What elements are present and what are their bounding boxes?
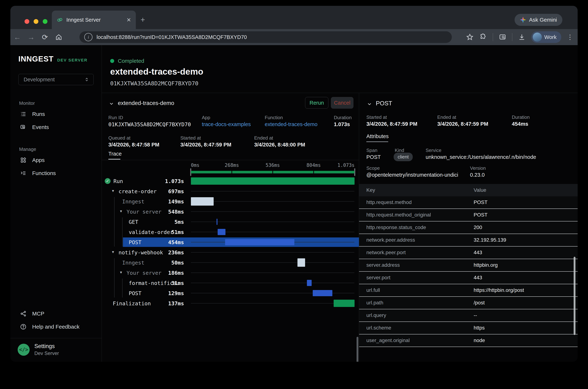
attribute-row-user-agent-original[interactable]: user_agent.originalnode [359, 334, 578, 347]
new-tab-button[interactable]: + [141, 16, 145, 24]
row-gridline [191, 201, 354, 202]
app-link[interactable]: trace-docs-examples [202, 121, 251, 127]
url-text[interactable]: localhost:8288/run?runID=01KJXTWA35SA8D2… [96, 34, 247, 40]
sidebar-item-mcp[interactable]: MCP [10, 307, 102, 320]
sidebar-item-help[interactable]: Help and Feedback [10, 320, 102, 333]
span-bar[interactable] [191, 177, 354, 185]
collapse-chevron-icon[interactable] [109, 101, 114, 106]
span-bar[interactable] [225, 239, 294, 245]
sidebar-item-runs[interactable]: Runs [10, 107, 102, 121]
tab-close-icon[interactable]: ✕ [126, 17, 131, 23]
site-info-icon[interactable]: i [84, 33, 92, 41]
forward-button[interactable]: → [24, 33, 38, 41]
sidebar-item-functions[interactable]: Functions [10, 167, 102, 180]
span-bar[interactable] [313, 290, 332, 296]
downloads-icon[interactable] [518, 33, 526, 41]
environment-selector[interactable]: Development [18, 74, 94, 85]
attribute-row-server-address[interactable]: server.addresshttpbin.org [359, 259, 578, 272]
attribute-row-server-port[interactable]: server.port443 [359, 272, 578, 284]
attribute-key: network.peer.port [366, 250, 406, 256]
window-controls[interactable] [25, 19, 47, 24]
tab-trace[interactable]: Trace [108, 151, 122, 157]
attribute-row-network-peer-port[interactable]: network.peer.port443 [359, 247, 578, 259]
attributes-table-header: Key Value [359, 184, 578, 196]
trace-row-post[interactable]: POST129ms [102, 288, 359, 298]
span-bar[interactable] [334, 300, 354, 307]
apps-icon [20, 157, 27, 163]
sidebar-item-settings[interactable]: </> Settings Dev Server [10, 338, 102, 362]
sidebar-item-events[interactable]: Events [10, 121, 102, 134]
trace-row-your-server[interactable]: ▾Your server186ms [102, 268, 359, 278]
row-gridline [191, 262, 354, 263]
function-link[interactable]: extended-traces-demo [265, 121, 318, 127]
bookmark-star-icon[interactable] [466, 33, 474, 41]
trace-row-notify-webhook[interactable]: ▾notify-webhook236ms [102, 247, 359, 258]
minimize-window-button[interactable] [34, 19, 38, 24]
attribute-row-network-peer-address[interactable]: network.peer.address32.192.95.139 [359, 234, 578, 247]
row-gridline [191, 191, 354, 192]
rerun-button[interactable]: Rerun [305, 97, 328, 109]
trace-row-post[interactable]: POST454ms [102, 237, 359, 247]
browser-tab[interactable]: Inngest Server ✕ [52, 11, 136, 29]
minimap-tick [232, 171, 232, 173]
attribute-key: url.scheme [366, 325, 391, 331]
tab-attributes[interactable]: Attributes [366, 133, 389, 139]
attribute-row-url-scheme[interactable]: url.schemehttps [359, 322, 578, 334]
trace-row-your-server[interactable]: ▾Your server548ms [102, 206, 359, 217]
browser-menu-icon[interactable]: ⋮ [567, 33, 573, 41]
span-bar[interactable] [217, 219, 217, 225]
trace-scrollbar-thumb[interactable] [356, 337, 358, 362]
inngest-favicon [57, 17, 63, 23]
timeline-tick: 536ms [258, 162, 287, 168]
reload-button[interactable]: ⟳ [38, 33, 52, 41]
attribute-row-url-full[interactable]: url.fullhttps://httpbin.org/post [359, 284, 578, 297]
span-collapse-chevron-icon[interactable] [367, 101, 372, 107]
attributes-scrollbar-thumb[interactable] [574, 257, 575, 335]
sidebar-item-apps[interactable]: Apps [10, 154, 102, 167]
extensions-icon[interactable] [479, 33, 487, 41]
trace-row-validate-order[interactable]: validate-order51ms [102, 227, 359, 237]
address-bar[interactable]: i localhost:8288/run?runID=01KJXTWA35SA8… [80, 31, 452, 43]
trace-row-format-notifica-[interactable]: format-notifica…31ms [102, 278, 359, 288]
inngest-app: INNGEST DEV SERVER Development Monitor R… [10, 45, 578, 362]
trace-row-run[interactable]: ✓Run1.073s [102, 176, 359, 186]
span-bar[interactable] [191, 197, 214, 206]
span-ended-value: 3/4/2026, 8:47:59 PM [437, 121, 488, 127]
ask-gemini-button[interactable]: Ask Gemini [515, 14, 562, 26]
timeline-tick: 268ms [217, 162, 246, 168]
attribute-key: server.port [366, 275, 390, 281]
attribute-row-url-query[interactable]: url.query-- [359, 309, 578, 322]
maximize-window-button[interactable] [43, 19, 47, 24]
page-title: extended-traces-demo [110, 66, 203, 77]
trace-row-get[interactable]: GET5ms [102, 217, 359, 227]
status-dot-icon [110, 59, 114, 63]
attribute-row-http-response-status-code[interactable]: http.response.status_code200 [359, 222, 578, 234]
attribute-value: 200 [474, 225, 482, 230]
attribute-row-http-request-method[interactable]: http.request.methodPOST [359, 196, 578, 209]
attribute-value: 443 [474, 275, 482, 281]
span-bar[interactable] [297, 258, 305, 267]
cancel-button[interactable]: Cancel [331, 97, 353, 109]
attribute-value: POST [474, 212, 487, 218]
attribute-row-http-request-method-original[interactable]: http.request.method_originalPOST [359, 209, 578, 222]
trace-row-inngest[interactable]: Inngest50ms [102, 258, 359, 268]
search-tabs-icon[interactable] [499, 33, 506, 41]
dev-server-badge: DEV SERVER [57, 58, 88, 63]
value-header: Value [474, 187, 486, 193]
trace-row-create-order[interactable]: ▾create-order697ms [102, 186, 359, 196]
back-button[interactable]: ← [10, 33, 24, 41]
indent-guide [122, 217, 122, 247]
attribute-key: http.request.method_original [366, 212, 431, 218]
trace-row-finalization[interactable]: Finalization137ms [102, 298, 359, 308]
close-window-button[interactable] [25, 19, 29, 24]
trace-row-inngest[interactable]: Inngest149ms [102, 196, 359, 206]
profile-chip[interactable]: Work [531, 31, 561, 43]
span-bar[interactable] [218, 229, 225, 235]
ended-value: 3/4/2026, 8:48:00 PM [254, 142, 305, 148]
attribute-key: server.address [366, 262, 400, 268]
span-bar[interactable] [307, 280, 312, 286]
home-button[interactable] [52, 33, 66, 41]
attribute-row-url-path[interactable]: url.path/post [359, 297, 578, 309]
toolbar-separator [493, 33, 493, 41]
browser-window: Inngest Server ✕ + Ask Gemini ← → ⟳ i lo… [10, 6, 578, 362]
